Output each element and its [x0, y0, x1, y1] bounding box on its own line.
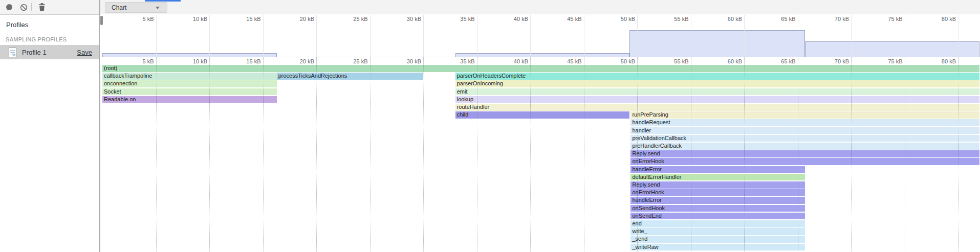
axis-tick-label: 55 kB [648, 58, 689, 64]
trash-icon [38, 3, 46, 11]
flame-bar-processticksandrejections[interactable]: processTicksAndRejections [277, 73, 423, 80]
gridline [798, 15, 798, 57]
chevron-down-icon [156, 7, 160, 9]
axis-tick-label: 80 kB [915, 58, 956, 64]
axis-tick-label: 20 kB [273, 16, 314, 22]
record-button[interactable] [3, 0, 15, 14]
gridline [477, 15, 477, 57]
axis-tick-label: 50 kB [594, 16, 635, 22]
axis-tick-label: 5 kB [113, 16, 154, 22]
flame-bar-onsendhook[interactable]: onSendHook [630, 205, 805, 212]
flame-bar--writeraw[interactable]: _writeRaw [630, 244, 805, 251]
gridline [477, 57, 477, 252]
gridline [958, 57, 959, 252]
gridline [744, 15, 745, 57]
flame-bar-child[interactable]: child [455, 111, 630, 119]
overview-memory-step [805, 41, 979, 57]
flame-bar-callbacktrampoline[interactable]: callbackTrampoline [102, 73, 277, 80]
flame-bar-runpreparsing[interactable]: runPreParsing [630, 111, 979, 119]
flame-bar-reply-send[interactable]: Reply.send [630, 150, 979, 157]
profiler-panel: Chart Profiles SAMPLING PROFILES % Profi… [0, 0, 980, 252]
view-mode-select[interactable]: Chart [105, 2, 167, 13]
flame-bar-onsendend[interactable]: onSendEnd [630, 213, 805, 220]
flame-bar-handleerror[interactable]: handleError [630, 197, 805, 204]
block-icon [20, 4, 28, 11]
delete-profile-button[interactable] [36, 0, 48, 14]
axis-tick-label: 5 kB [113, 58, 154, 64]
axis-tick-label: 60 kB [701, 16, 742, 22]
gridline [263, 57, 264, 252]
flame-bar-parseronincoming[interactable]: parserOnIncoming [455, 80, 979, 87]
gridline [691, 15, 691, 57]
axis-tick-label: 70 kB [808, 16, 849, 22]
gridline [209, 15, 210, 57]
axis-tick-label: 20 kB [273, 58, 314, 64]
sidebar-title: Profiles [6, 21, 28, 29]
flame-bar--send[interactable]: _send [630, 236, 805, 243]
overview-memory-step [629, 30, 805, 57]
gridline [530, 57, 531, 252]
flame-bar-onerrorhook[interactable]: onErrorHook [630, 189, 805, 196]
sidebar: Profiles SAMPLING PROFILES % Profile 1 S… [0, 15, 99, 252]
gridline [263, 15, 264, 57]
gridline [584, 15, 584, 57]
memory-overview-pane[interactable] [100, 23, 980, 57]
flame-bar-defaulterrorhandler[interactable]: defaultErrorHandler [630, 174, 805, 181]
axis-tick-label: 75 kB [862, 16, 903, 22]
save-profile-link[interactable]: Save [77, 49, 92, 56]
axis-tick-label: 60 kB [701, 58, 742, 64]
flame-bar-handleerror[interactable]: handleError [630, 166, 805, 173]
overview-window-grip[interactable] [100, 16, 103, 25]
gridline [905, 15, 905, 57]
flame-bar-lookup[interactable]: lookup [455, 96, 979, 103]
flamechart-ruler: 5 kB10 kB15 kB20 kB25 kB30 kB35 kB40 kB4… [100, 57, 980, 65]
axis-tick-label: 10 kB [166, 16, 207, 22]
axis-tick-label: 70 kB [808, 58, 849, 64]
gridline [958, 15, 959, 57]
gridline [798, 57, 798, 252]
axis-tick-label: 40 kB [487, 16, 528, 22]
gridline [637, 57, 638, 252]
sidebar-section-header: SAMPLING PROFILES [6, 36, 67, 42]
clear-button[interactable] [17, 0, 30, 14]
axis-tick-label: 50 kB [594, 58, 635, 64]
flame-bar-write-[interactable]: write_ [630, 228, 805, 235]
axis-tick-label: 30 kB [380, 58, 421, 64]
flame-bar-readable-on[interactable]: Readable.on [102, 96, 277, 103]
axis-tick-label: 15 kB [220, 16, 261, 22]
flame-bar-socket[interactable]: Socket [102, 88, 277, 96]
gridline [851, 15, 852, 57]
record-icon [6, 4, 12, 10]
gridline [530, 15, 531, 57]
sidebar-item-profile-1[interactable]: % Profile 1 Save [0, 45, 99, 59]
gridline [209, 57, 210, 252]
flame-bar-prevalidationcallback[interactable]: preValidationCallback [630, 135, 979, 142]
flame-bar-emit[interactable]: emit [455, 88, 979, 96]
gridline [156, 15, 157, 57]
toolbar: Chart [0, 0, 980, 15]
flame-bar-onconnection[interactable]: onconnection [102, 80, 277, 87]
overview-memory-step [102, 53, 277, 57]
gridline [316, 15, 317, 57]
flame-bar-handlerequest[interactable]: handleRequest [630, 119, 979, 126]
gridline [156, 57, 157, 252]
axis-tick-label: 35 kB [434, 58, 475, 64]
flame-bar-routehandler[interactable]: routeHandler [455, 104, 979, 111]
flame-bar-handler[interactable]: handler [630, 127, 979, 134]
axis-tick-label: 55 kB [648, 16, 689, 22]
axis-tick-label: 30 kB [380, 16, 421, 22]
axis-tick-label: 45 kB [541, 58, 582, 64]
toolbar-divider [31, 3, 32, 11]
overview-ruler: 5 kB10 kB15 kB20 kB25 kB30 kB35 kB40 kB4… [100, 14, 980, 23]
gridline [316, 57, 317, 252]
overview-memory-step [455, 53, 630, 57]
axis-tick-label: 45 kB [541, 16, 582, 22]
flame-bar-end[interactable]: end [630, 220, 805, 227]
flame-bar-onerrorhook[interactable]: onErrorHook [630, 158, 979, 165]
axis-tick-label: 80 kB [915, 16, 956, 22]
flame-bar-prehandlercallback[interactable]: preHandlerCallback [630, 143, 979, 150]
flame-bar-reply-send[interactable]: Reply.send [630, 181, 805, 189]
axis-tick-label: 65 kB [755, 58, 796, 64]
flame-bar--root-[interactable]: (root) [102, 65, 979, 72]
flame-bar-parseronheaderscomplete[interactable]: parserOnHeadersComplete [455, 73, 979, 80]
